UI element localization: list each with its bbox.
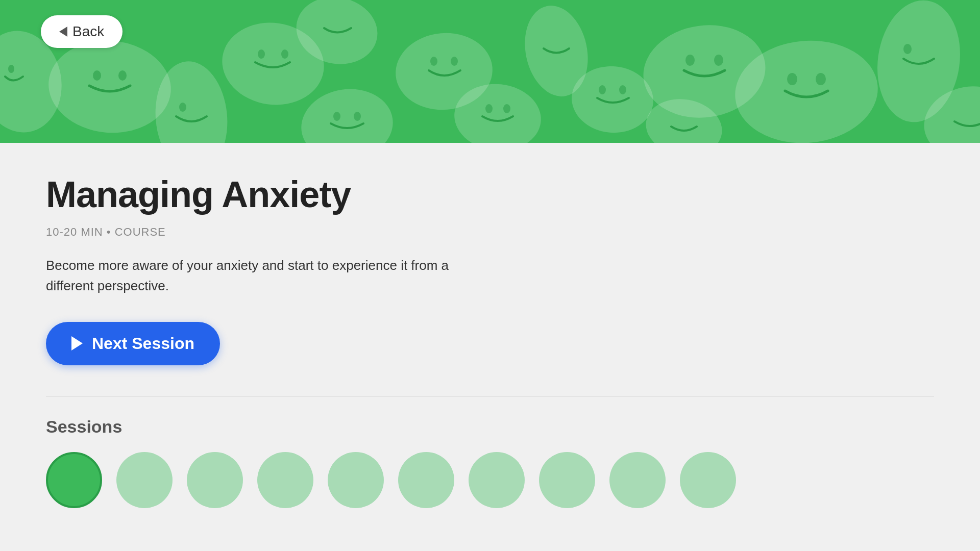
session-circle-6[interactable] [398,452,454,508]
svg-point-3 [93,70,101,81]
svg-point-4 [118,70,127,81]
sessions-row [46,452,934,508]
session-circle-4[interactable] [257,452,313,508]
back-arrow-icon [59,27,67,37]
main-content: Managing Anxiety 10-20 MIN • COURSE Beco… [0,143,980,539]
svg-point-2 [45,36,175,138]
session-circle-5[interactable] [328,452,384,508]
svg-point-15 [430,57,437,66]
svg-point-26 [714,55,723,66]
svg-point-6 [179,103,186,112]
svg-point-23 [619,85,626,94]
session-circle-3[interactable] [187,452,243,508]
svg-point-12 [354,112,361,121]
decorative-blobs [0,0,980,143]
svg-point-18 [485,104,493,113]
course-description: Become more aware of your anxiety and st… [46,255,454,296]
hero-banner: Back [0,0,980,143]
sessions-section: Sessions [46,417,934,508]
play-icon [71,336,83,350]
session-circle-9[interactable] [609,452,666,508]
svg-point-1 [8,65,14,73]
svg-point-30 [816,73,826,85]
svg-point-25 [685,55,695,66]
next-session-button[interactable]: Next Session [46,322,220,365]
sessions-section-title: Sessions [46,417,934,437]
next-session-label: Next Session [92,334,194,353]
session-circle-7[interactable] [469,452,525,508]
svg-point-22 [599,85,606,94]
svg-point-19 [503,104,510,113]
session-circle-10[interactable] [680,452,736,508]
back-button-label: Back [72,23,104,40]
session-circle-1[interactable] [46,452,102,508]
course-title: Managing Anxiety [46,173,934,215]
svg-point-11 [333,112,340,121]
svg-point-8 [258,49,265,59]
session-circle-8[interactable] [539,452,595,508]
svg-point-9 [281,49,288,59]
svg-point-32 [903,44,912,54]
session-circle-2[interactable] [116,452,173,508]
svg-point-29 [787,73,797,85]
back-button[interactable]: Back [41,15,122,48]
content-divider [46,396,934,396]
course-meta: 10-20 MIN • COURSE [46,226,934,239]
svg-point-16 [451,57,458,66]
